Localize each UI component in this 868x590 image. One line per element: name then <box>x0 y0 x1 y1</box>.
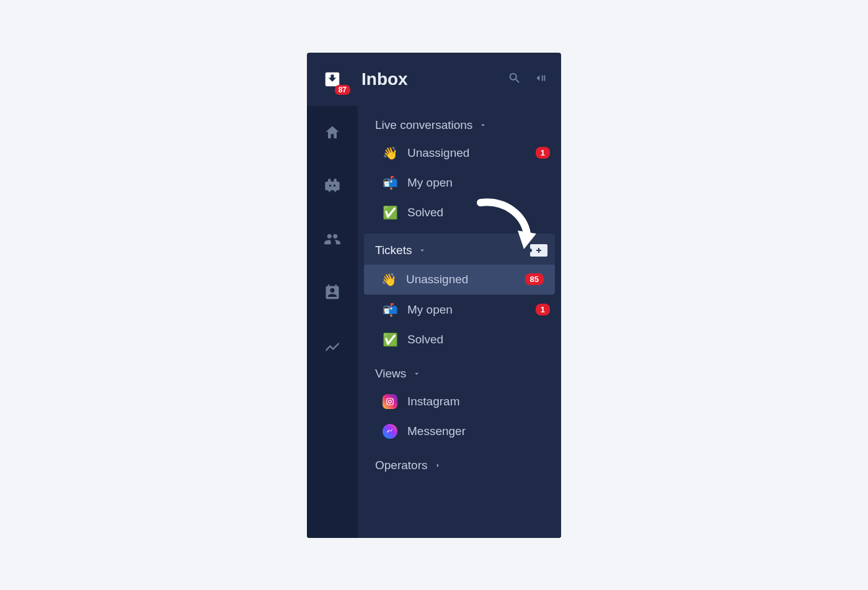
check-icon: ✅ <box>383 332 397 347</box>
chevron-right-icon <box>433 461 442 470</box>
inbox-nav[interactable]: 87 <box>307 70 358 89</box>
nav-home[interactable] <box>307 106 358 159</box>
section-views[interactable]: Views <box>358 354 561 387</box>
check-icon: ✅ <box>383 205 397 220</box>
item-label: Unassigned <box>407 146 536 160</box>
nav-analytics[interactable] <box>307 319 358 372</box>
inbox-sidebar-panel: 87 Inbox <box>307 53 561 538</box>
item-label: Instagram <box>407 395 550 408</box>
tickets-group: Tickets 👋 Unassigned 85 <box>364 234 555 295</box>
inbox-tree: Live conversations 👋 Unassigned 1 📬 My o… <box>358 106 561 538</box>
item-label: My open <box>407 303 536 317</box>
wave-icon: 👋 <box>383 146 397 161</box>
item-label: Unassigned <box>406 273 525 286</box>
section-title: Views <box>375 367 406 381</box>
mailbox-icon: 📬 <box>383 175 397 190</box>
view-instagram[interactable]: Instagram <box>358 387 561 416</box>
section-title: Live conversations <box>375 118 472 132</box>
instagram-icon <box>383 394 397 409</box>
item-label: Solved <box>407 206 550 219</box>
nav-rail <box>307 106 358 538</box>
tickets-unassigned[interactable]: 👋 Unassigned 85 <box>364 265 555 294</box>
tickets-my-open[interactable]: 📬 My open 1 <box>358 295 561 325</box>
svg-rect-0 <box>387 398 394 405</box>
inbox-icon: 87 <box>323 70 342 89</box>
count-badge: 1 <box>536 147 550 159</box>
mailbox-icon: 📬 <box>383 302 397 317</box>
chevron-down-icon <box>412 369 421 378</box>
search-icon[interactable] <box>508 71 521 87</box>
nav-contacts[interactable] <box>307 266 358 319</box>
nav-chatbot[interactable] <box>307 159 358 213</box>
svg-point-1 <box>389 400 392 403</box>
tickets-solved[interactable]: ✅ Solved <box>358 325 561 354</box>
live-unassigned[interactable]: 👋 Unassigned 1 <box>358 138 561 168</box>
view-messenger[interactable]: Messenger <box>358 416 561 446</box>
chevron-down-icon <box>479 121 487 130</box>
count-badge: 85 <box>525 273 544 286</box>
topbar: 87 Inbox <box>307 53 561 106</box>
section-title: Tickets <box>375 244 412 257</box>
page-title: Inbox <box>358 69 508 89</box>
live-solved[interactable]: ✅ Solved <box>358 198 561 227</box>
messenger-icon <box>383 424 397 439</box>
item-label: Messenger <box>407 425 550 438</box>
count-badge: 1 <box>536 304 550 316</box>
item-label: My open <box>407 176 550 190</box>
live-my-open[interactable]: 📬 My open <box>358 168 561 198</box>
svg-point-2 <box>392 399 392 400</box>
section-live-conversations[interactable]: Live conversations <box>358 106 561 138</box>
section-title: Operators <box>375 459 427 472</box>
inbox-badge: 87 <box>335 85 350 95</box>
nav-people[interactable] <box>307 213 358 266</box>
item-label: Solved <box>407 333 550 346</box>
wave-icon: 👋 <box>381 272 396 287</box>
new-ticket-button[interactable] <box>530 244 547 257</box>
chevron-down-icon <box>418 246 427 255</box>
section-tickets[interactable]: Tickets <box>364 234 555 265</box>
collapse-sidebar-icon[interactable] <box>534 71 547 87</box>
section-operators[interactable]: Operators <box>358 446 561 478</box>
